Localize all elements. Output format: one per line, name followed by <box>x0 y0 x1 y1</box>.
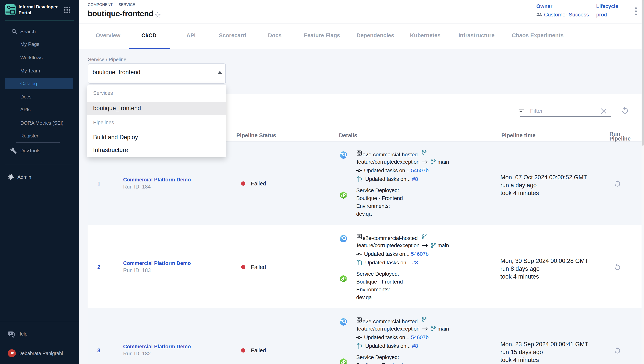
svg-text:?: ? <box>10 332 12 335</box>
